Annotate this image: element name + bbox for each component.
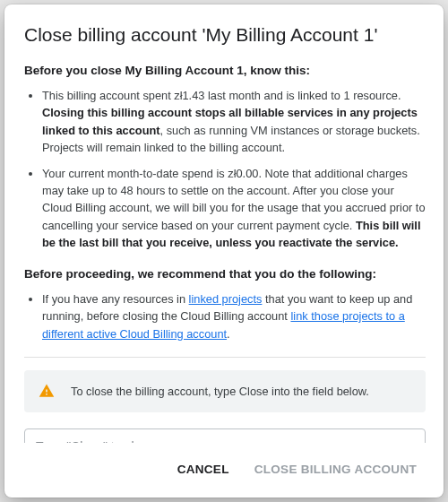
list-item: If you have any resources in linked proj… bbox=[42, 290, 426, 342]
confirm-input-wrapper[interactable] bbox=[24, 428, 426, 443]
dialog-actions: CANCEL CLOSE BILLING ACCOUNT bbox=[24, 443, 426, 489]
text: This billing account spent zł1.43 last m… bbox=[42, 89, 401, 102]
section-heading-know-this: Before you close My Billing Account 1, k… bbox=[24, 62, 426, 80]
text: . bbox=[227, 327, 230, 341]
dialog-title: Close billing account 'My Billing Accoun… bbox=[24, 24, 426, 46]
info-list-1: This billing account spent zł1.43 last m… bbox=[24, 87, 426, 251]
text: If you have any resources in bbox=[42, 292, 189, 306]
warning-icon bbox=[39, 383, 55, 399]
dialog-content: Before you close My Billing Account 1, k… bbox=[24, 62, 426, 443]
confirmation-alert: To close the billing account, type Close… bbox=[24, 370, 426, 412]
info-list-2: If you have any resources in linked proj… bbox=[24, 290, 426, 342]
divider bbox=[24, 357, 426, 358]
list-item: This billing account spent zł1.43 last m… bbox=[42, 87, 426, 156]
section-heading-recommend: Before proceeding, we recommend that you… bbox=[24, 265, 426, 283]
list-item: Your current month-to-date spend is zł0.… bbox=[42, 165, 426, 251]
close-billing-account-button[interactable]: CLOSE BILLING ACCOUNT bbox=[246, 455, 426, 483]
alert-text: To close the billing account, type Close… bbox=[71, 383, 369, 400]
close-billing-dialog: Close billing account 'My Billing Accoun… bbox=[4, 4, 444, 498]
linked-projects-link[interactable]: linked projects bbox=[189, 292, 263, 306]
cancel-button[interactable]: CANCEL bbox=[168, 455, 238, 483]
